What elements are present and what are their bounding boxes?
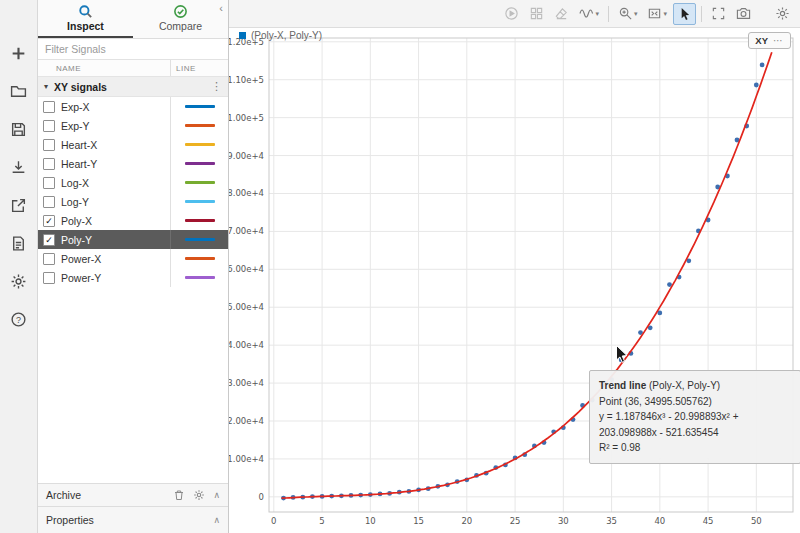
add-button[interactable] <box>2 34 36 72</box>
archive-label: Archive <box>46 489 81 501</box>
eraser-button[interactable] <box>550 3 573 25</box>
signal-name: Log-X <box>61 177 170 189</box>
tooltip-point: Point (36, 34995.505762) <box>599 394 791 410</box>
panel-tabs: Inspect Compare ‹ <box>38 0 228 39</box>
svg-text:2.00e+4: 2.00e+4 <box>229 416 264 426</box>
trendline-tooltip: Trend line (Poly-X, Poly-Y) Point (36, 3… <box>589 370 800 464</box>
signal-name: Poly-X <box>61 215 170 227</box>
signal-checkbox[interactable] <box>43 101 55 113</box>
gear-icon <box>10 273 27 290</box>
signal-checkbox[interactable] <box>43 253 55 265</box>
plot-legend: (Poly-X, Poly-Y) <box>239 30 322 41</box>
tooltip-title-suffix: (Poly-X, Poly-Y) <box>646 380 720 391</box>
search-icon <box>78 4 93 19</box>
signal-line-column <box>170 97 228 116</box>
pointer-tool-button[interactable] <box>673 3 696 25</box>
signal-row[interactable]: Heart-X <box>38 135 228 154</box>
properties-bar[interactable]: Properties ∧ <box>38 506 228 533</box>
collapse-panel-button[interactable]: ‹ <box>216 2 226 14</box>
signal-line-swatch <box>185 219 215 222</box>
signal-group-label: XY signals <box>54 81 107 93</box>
signal-line-swatch <box>185 257 215 260</box>
document-icon <box>10 235 27 252</box>
signal-wave-icon <box>579 6 594 21</box>
svg-text:40: 40 <box>654 516 665 526</box>
plot-settings-button[interactable] <box>771 3 794 25</box>
layout-grid-icon <box>529 6 544 21</box>
fit-to-view-button[interactable]: ▾ <box>643 3 671 25</box>
signal-checkbox[interactable]: ✓ <box>43 215 55 227</box>
fit-to-view-icon <box>647 6 662 21</box>
signal-checkbox[interactable] <box>43 120 55 132</box>
signal-row[interactable]: Log-X <box>38 173 228 192</box>
signal-row[interactable]: ✓Poly-Y <box>38 230 228 249</box>
signal-row[interactable]: Exp-X <box>38 97 228 116</box>
tab-compare[interactable]: Compare <box>133 0 228 38</box>
fullscreen-icon <box>711 6 726 21</box>
signal-line-swatch <box>185 105 215 108</box>
import-button[interactable] <box>2 148 36 186</box>
signal-checkbox[interactable] <box>43 196 55 208</box>
signal-group-row[interactable]: ▾ XY signals ⋮ <box>38 77 228 97</box>
signal-row[interactable]: ✓Poly-X <box>38 211 228 230</box>
signal-checkbox[interactable]: ✓ <box>43 234 55 246</box>
archive-settings-gear-icon[interactable] <box>193 489 205 501</box>
properties-collapse-icon[interactable]: ∧ <box>213 515 220 525</box>
signal-row[interactable]: Heart-Y <box>38 154 228 173</box>
caret-down-icon: ▾ <box>595 10 599 18</box>
chart-area[interactable]: (Poly-X, Poly-Y) 01.00e+42.00e+43.00e+44… <box>229 28 800 533</box>
zoom-button[interactable]: ▾ <box>614 3 642 25</box>
report-button[interactable] <box>2 224 36 262</box>
signal-trace-button[interactable]: ▾ <box>575 3 603 25</box>
signal-row[interactable]: Log-Y <box>38 192 228 211</box>
signal-panel: Inspect Compare ‹ NAME LINE ▾ XY signals… <box>38 0 229 533</box>
signal-row[interactable]: Power-X <box>38 249 228 268</box>
signal-line-swatch <box>185 276 215 279</box>
tab-inspect[interactable]: Inspect <box>38 0 133 38</box>
plus-icon <box>10 45 27 62</box>
toolbar-separator <box>608 6 609 22</box>
play-button[interactable] <box>500 3 523 25</box>
signal-row[interactable]: Exp-Y <box>38 116 228 135</box>
svg-text:4.00e+4: 4.00e+4 <box>229 340 264 350</box>
export-button[interactable] <box>2 186 36 224</box>
svg-text:6.00e+4: 6.00e+4 <box>229 264 264 274</box>
signal-row[interactable]: Power-Y <box>38 268 228 287</box>
column-header-name[interactable]: NAME <box>38 64 170 73</box>
signal-checkbox[interactable] <box>43 177 55 189</box>
signal-line-swatch <box>185 238 215 241</box>
caret-down-icon: ▾ <box>634 10 638 18</box>
tooltip-equation: y = 1.187846x³ - 20.998893x² + 203.09898… <box>599 409 791 440</box>
main-area: ▾ ▾ ▾ <box>229 0 800 533</box>
badge-menu-icon[interactable]: ⋯ <box>773 35 784 46</box>
signal-name: Exp-Y <box>61 120 170 132</box>
panel-empty-space <box>38 287 228 483</box>
signal-line-column <box>170 154 228 173</box>
column-header-line[interactable]: LINE <box>170 60 228 76</box>
trash-icon[interactable] <box>173 489 185 501</box>
save-icon <box>10 121 27 138</box>
archive-bar[interactable]: Archive ∧ <box>38 483 228 506</box>
signal-name: Heart-Y <box>61 158 170 170</box>
signal-checkbox[interactable] <box>43 272 55 284</box>
tab-inspect-label: Inspect <box>67 20 104 32</box>
open-button[interactable] <box>2 72 36 110</box>
help-button[interactable]: ? <box>2 300 36 338</box>
settings-button[interactable] <box>2 262 36 300</box>
fullscreen-button[interactable] <box>707 3 730 25</box>
tooltip-title: Trend line <box>599 380 646 391</box>
signal-line-swatch <box>185 181 215 184</box>
svg-text:50: 50 <box>751 516 762 526</box>
snapshot-button[interactable] <box>732 3 755 25</box>
layout-grid-button[interactable] <box>525 3 548 25</box>
svg-text:1.00e+5: 1.00e+5 <box>229 113 264 123</box>
svg-text:1.00e+4: 1.00e+4 <box>229 454 264 464</box>
filter-signals-input[interactable] <box>38 39 228 60</box>
archive-collapse-icon[interactable]: ∧ <box>213 490 220 500</box>
signal-checkbox[interactable] <box>43 158 55 170</box>
svg-text:10: 10 <box>365 516 376 526</box>
save-button[interactable] <box>2 110 36 148</box>
kebab-menu-icon[interactable]: ⋮ <box>205 80 228 93</box>
xy-badge[interactable]: XY ⋯ <box>748 32 791 49</box>
signal-checkbox[interactable] <box>43 139 55 151</box>
